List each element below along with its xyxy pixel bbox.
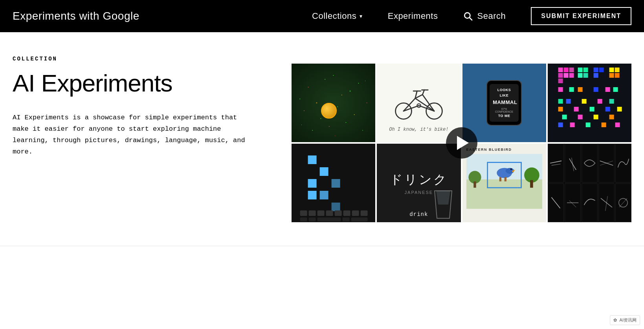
play-button[interactable] (446, 127, 477, 159)
svg-rect-38 (605, 87, 610, 92)
phone-mockup: LOOKS LIKE MAMMAL 67% CONFIDENCE TO ME (486, 80, 522, 126)
collection-label: COLLECTION (13, 56, 268, 62)
svg-rect-52 (593, 115, 598, 119)
svg-line-102 (569, 201, 576, 207)
svg-line-95 (552, 164, 560, 165)
search-area[interactable]: Search (450, 11, 518, 21)
svg-rect-54 (558, 122, 563, 127)
svg-point-87 (510, 168, 512, 170)
svg-marker-80 (436, 191, 450, 205)
search-icon (463, 11, 473, 21)
site-title[interactable]: Experiments with Google (13, 10, 139, 22)
micro-2 (565, 144, 581, 183)
svg-rect-77 (343, 218, 350, 221)
svg-rect-63 (320, 191, 328, 199)
phone-line-2: MAMMAL (493, 99, 516, 107)
submit-experiment-button[interactable]: SUBMIT EXPERIMENT (531, 7, 631, 25)
svg-rect-27 (593, 68, 598, 72)
pixel-svg (548, 64, 631, 142)
drink-glass-icon (431, 189, 455, 220)
microscopy-display (548, 144, 631, 222)
svg-rect-35 (569, 87, 574, 92)
svg-rect-50 (562, 115, 567, 119)
particle-dots (292, 64, 375, 142)
grid-cell-bicycle: Oh I know, it's bike! (377, 64, 461, 142)
svg-rect-56 (585, 122, 590, 127)
watermark-badge: ✿ AI资讯网 (610, 315, 640, 325)
svg-rect-74 (300, 218, 307, 221)
main-content: COLLECTION AI Experiments AI Experiments… (0, 32, 644, 238)
svg-rect-66 (300, 210, 307, 216)
svg-rect-72 (352, 210, 359, 216)
phone-display: LOOKS LIKE MAMMAL 67% CONFIDENCE TO ME (462, 64, 546, 142)
site-header: Experiments with Google Collections ▾ Ex… (0, 0, 644, 32)
svg-rect-26 (583, 73, 588, 78)
chevron-down-icon: ▾ (360, 13, 363, 19)
svg-rect-24 (583, 68, 588, 72)
svg-rect-59 (308, 155, 317, 164)
pixel-art-display (548, 64, 631, 142)
svg-rect-16 (558, 68, 563, 72)
micro-4 (598, 144, 615, 183)
grid-cell-pixel (548, 64, 631, 142)
japanese-text: ドリンク (390, 171, 448, 188)
micro-7 (565, 183, 581, 222)
grid-cell-blocks (292, 144, 375, 222)
svg-line-100 (552, 197, 560, 208)
watermark-logo: ✿ (613, 318, 617, 322)
phone-line-4: TO ME (493, 113, 516, 119)
svg-rect-22 (558, 79, 563, 83)
bicycle-icon (393, 85, 444, 121)
micro-10 (615, 183, 631, 222)
svg-rect-30 (609, 68, 614, 72)
grid-cell-microscopy (548, 144, 631, 222)
svg-rect-67 (309, 210, 316, 216)
svg-rect-61 (308, 191, 317, 199)
svg-rect-33 (615, 73, 619, 78)
micro-5 (615, 144, 631, 183)
main-nav: Collections ▾ Experiments Search (299, 11, 518, 21)
svg-rect-29 (593, 73, 598, 78)
svg-rect-42 (582, 99, 586, 104)
nav-collections[interactable]: Collections ▾ (299, 11, 375, 21)
svg-rect-45 (558, 107, 563, 111)
svg-rect-23 (578, 68, 582, 72)
svg-line-97 (572, 158, 574, 171)
svg-rect-88 (499, 177, 501, 181)
watermark-text: AI资讯网 (620, 318, 637, 322)
svg-rect-49 (617, 107, 622, 111)
svg-rect-73 (361, 210, 368, 216)
bird-detector-display: EASTERN BLUEBIRD (462, 144, 546, 222)
collection-description: AI Experiments is a showcase for simple … (13, 112, 256, 158)
svg-rect-89 (504, 177, 506, 181)
svg-line-94 (550, 161, 561, 163)
svg-rect-34 (558, 87, 563, 92)
svg-rect-39 (613, 87, 618, 92)
svg-line-8 (422, 90, 424, 95)
grid-cell-japanese: ドリンク JAPANESE drink (377, 144, 461, 222)
micro-1 (548, 144, 564, 183)
svg-rect-17 (563, 68, 568, 72)
svg-rect-53 (609, 115, 614, 119)
svg-rect-70 (335, 210, 342, 216)
svg-rect-40 (558, 99, 563, 104)
coin-visual (321, 103, 337, 119)
svg-rect-46 (574, 107, 578, 111)
phone-line-3: 67% CONFIDENCE (493, 108, 516, 113)
svg-line-5 (415, 98, 434, 111)
svg-rect-28 (599, 68, 604, 72)
svg-rect-57 (601, 122, 606, 127)
nav-experiments[interactable]: Experiments (375, 11, 451, 21)
micro-3 (582, 144, 598, 183)
grid-cell-particles (292, 64, 375, 142)
japanese-display: ドリンク JAPANESE drink (377, 144, 461, 222)
svg-rect-43 (597, 99, 602, 104)
svg-rect-58 (615, 122, 620, 127)
svg-rect-20 (563, 73, 568, 78)
grid-cell-bird: EASTERN BLUEBIRD (462, 144, 546, 222)
japanese-subtitle: JAPANESE (405, 190, 433, 195)
svg-rect-19 (558, 73, 563, 78)
particle-art (292, 64, 375, 142)
media-grid: Oh I know, it's bike! LOOKS LIKE MAMMAL … (292, 64, 631, 222)
svg-rect-37 (593, 87, 598, 92)
